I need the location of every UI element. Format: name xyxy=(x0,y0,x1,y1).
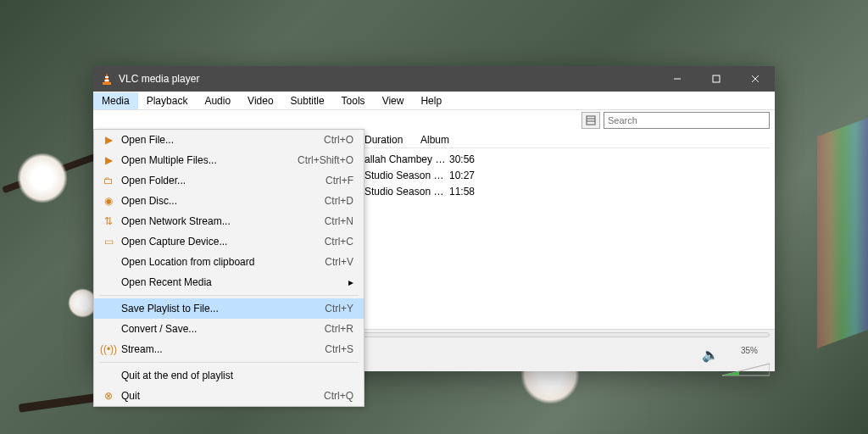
menu-open-folder[interactable]: 🗀 Open Folder... Ctrl+F xyxy=(94,170,364,191)
menubar: Media Playback Audio Video Subtitle Tool… xyxy=(93,92,775,110)
track-duration: 10:27 xyxy=(449,170,505,181)
track-row[interactable]: Studio Season 8 - ... 10:27 xyxy=(364,167,770,183)
volume-slider[interactable]: 35% xyxy=(722,347,770,362)
menu-stream[interactable]: ((•)) Stream... Ctrl+S xyxy=(94,339,364,359)
track-title: allah Chambey Di Bo... xyxy=(364,153,449,165)
menu-open-file[interactable]: ▶ Open File... Ctrl+O xyxy=(94,130,364,150)
menu-open-clipboard[interactable]: Open Location from clipboard Ctrl+V xyxy=(94,252,364,272)
view-toggle-button[interactable] xyxy=(581,112,600,129)
content-area: Duration Album allah Chambey Di Bo... 30… xyxy=(93,110,775,329)
menu-separator xyxy=(99,362,359,363)
menu-open-recent[interactable]: Open Recent Media ▸ xyxy=(94,272,364,292)
track-title: Studio Season 9_ ... xyxy=(364,186,449,198)
menu-open-disc[interactable]: ◉ Open Disc... Ctrl+D xyxy=(94,191,364,211)
svg-rect-5 xyxy=(713,75,720,82)
folder-icon: 🗀 xyxy=(101,175,116,186)
menu-playback[interactable]: Playback xyxy=(138,92,197,109)
maximize-button[interactable] xyxy=(697,66,736,92)
column-duration[interactable]: Duration xyxy=(364,134,420,146)
speaker-icon[interactable]: 🔈 xyxy=(702,347,719,363)
search-input[interactable] xyxy=(604,112,770,129)
track-row[interactable]: allah Chambey Di Bo... 30:56 xyxy=(364,151,770,167)
menu-open-capture[interactable]: ▭ Open Capture Device... Ctrl+C xyxy=(94,231,364,252)
menu-subtitle[interactable]: Subtitle xyxy=(282,92,333,109)
svg-rect-3 xyxy=(105,80,109,81)
capture-icon: ▭ xyxy=(101,236,116,248)
volume-percent: 35% xyxy=(741,346,758,355)
menu-audio[interactable]: Audio xyxy=(196,92,239,109)
svg-rect-1 xyxy=(103,82,111,85)
window-title: VLC media player xyxy=(119,73,658,85)
track-duration: 30:56 xyxy=(449,153,505,165)
menu-open-multiple[interactable]: ▶ Open Multiple Files... Ctrl+Shift+O xyxy=(94,150,364,170)
track-list: allah Chambey Di Bo... 30:56 Studio Seas… xyxy=(364,151,770,199)
svg-rect-8 xyxy=(587,116,595,125)
menu-view[interactable]: View xyxy=(374,92,413,109)
files-play-icon: ▶ xyxy=(101,154,116,166)
menu-quit[interactable]: ⊗ Quit Ctrl+Q xyxy=(94,386,364,406)
network-icon: ⇅ xyxy=(101,215,116,227)
app-window: VLC media player Media Playback Audio Vi… xyxy=(93,66,775,371)
svg-marker-12 xyxy=(722,371,739,376)
disc-icon: ◉ xyxy=(101,195,116,207)
column-headers: Duration Album xyxy=(364,134,770,148)
menu-save-playlist[interactable]: Save Playlist to File... Ctrl+Y xyxy=(94,298,364,319)
menu-convert-save[interactable]: Convert / Save... Ctrl+R xyxy=(94,319,364,339)
submenu-arrow-icon: ▸ xyxy=(348,276,357,288)
track-row[interactable]: Studio Season 9_ ... 11:58 xyxy=(364,183,770,199)
file-play-icon: ▶ xyxy=(101,134,116,146)
menu-video[interactable]: Video xyxy=(239,92,281,109)
menu-tools[interactable]: Tools xyxy=(333,92,374,109)
column-album[interactable]: Album xyxy=(420,134,770,146)
stream-icon: ((•)) xyxy=(101,343,116,355)
track-title: Studio Season 8 - ... xyxy=(364,170,449,181)
track-duration: 11:58 xyxy=(449,186,505,198)
svg-rect-2 xyxy=(105,76,108,78)
vlc-cone-icon xyxy=(100,72,114,86)
close-button[interactable] xyxy=(736,66,775,92)
menu-open-network[interactable]: ⇅ Open Network Stream... Ctrl+N xyxy=(94,211,364,231)
menu-separator xyxy=(99,295,359,296)
media-dropdown: ▶ Open File... Ctrl+O ▶ Open Multiple Fi… xyxy=(93,129,364,407)
titlebar: VLC media player xyxy=(93,66,775,92)
menu-help[interactable]: Help xyxy=(412,92,450,109)
menu-media[interactable]: Media xyxy=(93,92,138,109)
menu-quit-end[interactable]: Quit at the end of playlist xyxy=(94,365,364,386)
minimize-button[interactable] xyxy=(658,66,697,92)
list-icon xyxy=(586,115,596,125)
quit-icon: ⊗ xyxy=(101,390,116,402)
